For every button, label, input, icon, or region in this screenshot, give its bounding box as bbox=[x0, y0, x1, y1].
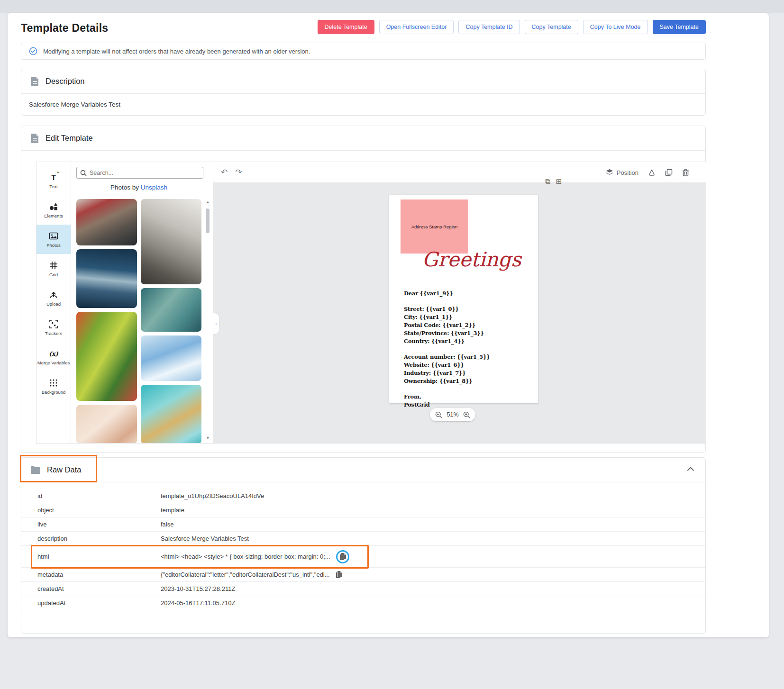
photo-search-input[interactable] bbox=[90, 170, 194, 176]
annotation-blue-circle bbox=[336, 550, 349, 563]
photo-grid bbox=[71, 199, 207, 443]
letter-page[interactable]: Address Stamp Region Greetings Dear {{va… bbox=[389, 195, 538, 403]
table-row-updatedat: updatedAt 2024-05-16T17:11:05.710Z bbox=[21, 596, 705, 610]
check-circle-icon bbox=[29, 47, 37, 55]
zoom-level: 51% bbox=[447, 411, 458, 418]
document-icon bbox=[31, 77, 39, 86]
raw-data-header[interactable]: Raw Data bbox=[21, 458, 705, 482]
background-icon bbox=[49, 378, 58, 388]
save-template-button[interactable]: Save Template bbox=[653, 20, 706, 34]
photo-thumbnail[interactable] bbox=[76, 405, 137, 443]
position-button[interactable]: Position bbox=[606, 169, 638, 176]
duplicate-icon[interactable] bbox=[665, 169, 673, 176]
template-editor: T+ Text Elements Photos bbox=[36, 162, 706, 444]
text-icon: T+ bbox=[51, 172, 55, 182]
main-card: Template Details Delete Template Open Fu… bbox=[8, 13, 769, 637]
droplet-icon[interactable] bbox=[648, 169, 656, 176]
elements-icon bbox=[49, 201, 58, 212]
undo-icon[interactable]: ↶ bbox=[221, 167, 228, 177]
edit-template-title: Edit Template bbox=[46, 134, 93, 143]
sidebar-item-upload[interactable]: Upload bbox=[36, 283, 71, 313]
zoom-out-icon[interactable] bbox=[435, 411, 442, 418]
photos-icon bbox=[49, 231, 58, 241]
photos-scrollbar[interactable]: ▲ ▼ bbox=[205, 200, 211, 441]
open-fullscreen-editor-button[interactable]: Open Fullscreen Editor bbox=[379, 20, 454, 34]
zoom-control: 51% bbox=[430, 408, 475, 421]
photo-search-box[interactable] bbox=[76, 167, 203, 179]
photo-thumbnail[interactable] bbox=[76, 312, 137, 401]
photo-thumbnail[interactable] bbox=[76, 199, 137, 245]
window-top-strip bbox=[0, 0, 784, 13]
folder-icon bbox=[31, 466, 40, 474]
table-row-object: object template bbox=[21, 503, 705, 517]
canvas-toolbar: ↶ ↷ Position bbox=[213, 162, 706, 183]
description-section: Description Salesforce Merge Variables T… bbox=[21, 69, 706, 116]
scroll-down-icon[interactable]: ▼ bbox=[206, 436, 210, 441]
raw-data-title: Raw Data bbox=[47, 465, 81, 474]
info-banner: Modifying a template will not affect ord… bbox=[21, 43, 706, 60]
copy-template-button[interactable]: Copy Template bbox=[525, 20, 578, 34]
zoom-in-icon[interactable] bbox=[463, 411, 470, 418]
letter-body[interactable]: Dear {{var1_9}} Street: {{var1_0}} City:… bbox=[404, 290, 533, 417]
raw-data-table: id template_o1Uhp2fDSeacoULA14fdVe objec… bbox=[21, 489, 705, 610]
page-actions: ⧉ ⊞ bbox=[545, 177, 562, 186]
info-banner-text: Modifying a template will not affect ord… bbox=[43, 48, 310, 55]
letter-heading[interactable]: Greetings bbox=[389, 250, 538, 270]
trash-icon[interactable] bbox=[682, 169, 689, 176]
redo-icon[interactable]: ↷ bbox=[235, 167, 242, 177]
table-row-description: description Salesforce Merge Variables T… bbox=[21, 532, 705, 546]
template-details-page: Template Details Delete Template Open Fu… bbox=[0, 0, 784, 689]
header-button-bar: Delete Template Open Fullscreen Editor C… bbox=[21, 20, 706, 34]
photo-thumbnail[interactable] bbox=[76, 249, 137, 308]
collapse-panel-handle[interactable]: ‹ bbox=[213, 313, 219, 335]
photos-credit: Photos by Unsplash bbox=[71, 184, 207, 191]
table-row-createdat: createdAt 2023-10-31T15:27:28.211Z bbox=[21, 582, 705, 596]
raw-data-section: Raw Data id template_o1Uhp2fDSeacoULA14f… bbox=[21, 457, 706, 634]
copy-html-icon[interactable] bbox=[339, 553, 346, 560]
description-header: Description bbox=[21, 69, 705, 94]
copy-metadata-icon[interactable] bbox=[336, 571, 342, 578]
edit-template-header: Edit Template bbox=[21, 126, 705, 151]
sidebar-item-trackers[interactable]: Trackers bbox=[36, 313, 71, 342]
photos-panel: Photos by Unsplash ▲ bbox=[71, 162, 213, 443]
search-icon bbox=[80, 170, 87, 176]
chevron-up-icon[interactable] bbox=[687, 467, 694, 471]
sidebar-item-photos[interactable]: Photos bbox=[36, 225, 71, 254]
sidebar-item-background[interactable]: Background bbox=[36, 372, 71, 401]
table-row-html: html <html> <head> <style> * { box-sizin… bbox=[21, 546, 705, 568]
sidebar-item-text[interactable]: T+ Text bbox=[36, 166, 71, 195]
grid-icon bbox=[49, 260, 58, 271]
photo-thumbnail[interactable] bbox=[141, 199, 201, 284]
delete-template-button[interactable]: Delete Template bbox=[318, 20, 374, 34]
sidebar-item-grid[interactable]: Grid bbox=[36, 254, 71, 283]
trackers-icon bbox=[49, 319, 58, 329]
editor-canvas: ↶ ↷ Position bbox=[213, 162, 706, 443]
merge-variables-icon: (x) bbox=[49, 348, 58, 359]
copy-to-live-mode-button[interactable]: Copy To Live Mode bbox=[583, 20, 648, 34]
unsplash-link[interactable]: Unsplash bbox=[141, 184, 167, 191]
copy-template-id-button[interactable]: Copy Template ID bbox=[458, 20, 520, 34]
upload-icon bbox=[49, 290, 58, 300]
scrollbar-thumb[interactable] bbox=[206, 209, 210, 233]
photo-thumbnail[interactable] bbox=[141, 335, 201, 381]
scroll-up-icon[interactable]: ▲ bbox=[206, 200, 210, 205]
document-icon bbox=[31, 134, 39, 143]
duplicate-page-icon[interactable]: ⧉ bbox=[545, 177, 550, 186]
description-title: Description bbox=[46, 77, 85, 86]
photo-thumbnail[interactable] bbox=[141, 385, 201, 443]
photo-thumbnail[interactable] bbox=[141, 288, 201, 332]
description-input[interactable]: Salesforce Merge Variables Test bbox=[21, 94, 705, 115]
add-page-icon[interactable]: ⊞ bbox=[556, 177, 562, 186]
table-row-metadata: metadata {"editorCollateral":"letter","e… bbox=[21, 568, 705, 582]
sidebar-item-merge-variables[interactable]: (x) Merge Variables bbox=[36, 342, 71, 372]
editor-tool-sidebar: T+ Text Elements Photos bbox=[36, 162, 71, 443]
address-stamp-region[interactable]: Address Stamp Region bbox=[401, 199, 468, 254]
layers-icon bbox=[606, 169, 613, 176]
table-row-live: live false bbox=[21, 517, 705, 532]
sidebar-item-elements[interactable]: Elements bbox=[36, 195, 71, 225]
table-row-id: id template_o1Uhp2fDSeacoULA14fdVe bbox=[21, 489, 705, 503]
edit-template-section: Edit Template T+ Text Elements bbox=[21, 126, 706, 453]
